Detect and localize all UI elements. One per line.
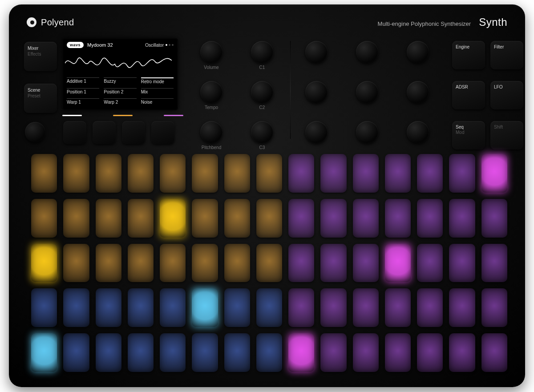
pad-2-6[interactable] [224,244,250,283]
encoder-6[interactable] [407,81,429,103]
pad-2-12[interactable] [417,244,443,283]
pad-0-2[interactable] [96,154,121,193]
encoder-3[interactable] [407,41,429,63]
pad-2-10[interactable] [353,244,379,283]
pad-0-7[interactable] [256,154,282,193]
pad-2-2[interactable] [96,244,121,283]
pad-3-7[interactable] [256,288,282,327]
pad-0-0[interactable] [31,154,57,193]
pad-0-4[interactable] [160,154,186,193]
pad-1-12[interactable] [417,199,443,238]
pad-3-5[interactable] [192,288,218,327]
pad-1-0[interactable] [31,199,57,238]
pad-4-11[interactable] [385,333,411,372]
pitchbend-knob[interactable] [200,121,222,143]
pad-0-13[interactable] [449,154,475,193]
pad-3-13[interactable] [449,288,475,327]
pad-3-12[interactable] [417,288,443,327]
pad-3-0[interactable] [31,288,57,327]
seq-button[interactable]: Seq Mod [452,121,485,150]
nav-button-2[interactable] [93,121,116,144]
pad-4-5[interactable] [192,333,218,372]
adsr-button[interactable]: ADSR [452,81,485,109]
encoder-2[interactable] [356,41,378,63]
pad-4-2[interactable] [96,333,121,372]
pad-4-13[interactable] [449,333,475,372]
volume-knob[interactable] [200,41,222,63]
pad-4-7[interactable] [256,333,282,372]
pad-2-0[interactable] [31,244,57,283]
encoder-4[interactable] [305,81,328,103]
pad-1-5[interactable] [192,199,218,238]
pad-2-11[interactable] [385,244,411,283]
jog-knob[interactable] [25,122,45,142]
pad-0-9[interactable] [320,154,346,193]
pad-2-3[interactable] [128,244,154,283]
nav-button-3[interactable] [122,121,145,144]
pad-4-12[interactable] [417,333,443,372]
engine-button[interactable]: Engine [452,41,485,69]
pad-3-8[interactable] [288,288,314,327]
pad-0-6[interactable] [224,154,250,193]
pad-4-4[interactable] [160,333,186,372]
pad-0-10[interactable] [353,154,379,193]
pad-0-14[interactable] [481,154,507,193]
pad-0-12[interactable] [417,154,443,193]
encoder-5[interactable] [356,81,378,103]
pad-2-13[interactable] [449,244,475,283]
lfo-button[interactable]: LFO [490,81,523,109]
pad-4-8[interactable] [288,333,314,372]
pad-1-7[interactable] [256,199,282,238]
pad-3-14[interactable] [481,288,507,327]
pad-3-2[interactable] [96,288,121,327]
pad-3-11[interactable] [385,288,411,327]
pad-1-3[interactable] [128,199,154,238]
scene-button[interactable]: Scene Preset [24,84,57,113]
pad-0-8[interactable] [288,154,314,193]
pad-4-1[interactable] [63,333,89,372]
pad-3-1[interactable] [63,288,89,327]
pad-1-11[interactable] [385,199,411,238]
pad-1-8[interactable] [288,199,314,238]
c1-knob[interactable] [251,41,273,63]
shift-button[interactable]: Shift [490,121,523,150]
c2-knob[interactable] [251,81,273,103]
pad-3-9[interactable] [320,288,346,327]
encoder-7[interactable] [305,121,328,143]
pad-2-9[interactable] [320,244,346,283]
pad-1-2[interactable] [96,199,121,238]
pad-4-10[interactable] [353,333,379,372]
pad-2-5[interactable] [192,244,218,283]
encoder-8[interactable] [356,121,378,143]
pad-3-3[interactable] [128,288,154,327]
pad-0-1[interactable] [63,154,89,193]
pad-2-4[interactable] [160,244,186,283]
filter-button[interactable]: Filter [490,41,523,69]
pad-4-9[interactable] [320,333,346,372]
pad-2-7[interactable] [256,244,282,283]
pad-0-11[interactable] [385,154,411,193]
pad-1-10[interactable] [353,199,379,238]
pad-0-5[interactable] [192,154,218,193]
encoder-9[interactable] [407,121,429,143]
pad-3-4[interactable] [160,288,186,327]
pad-1-4[interactable] [160,199,186,238]
pad-3-6[interactable] [224,288,250,327]
pad-1-13[interactable] [449,199,475,238]
pad-4-6[interactable] [224,333,250,372]
pad-2-8[interactable] [288,244,314,283]
pad-4-0[interactable] [31,333,57,372]
nav-button-1[interactable] [63,121,86,144]
nav-button-4[interactable] [151,121,174,144]
tempo-knob[interactable] [200,81,222,103]
pad-3-10[interactable] [353,288,379,327]
pad-2-1[interactable] [63,244,89,283]
pad-1-6[interactable] [224,199,250,238]
c3-knob[interactable] [251,121,273,143]
pad-1-14[interactable] [481,199,507,238]
pad-4-3[interactable] [128,333,154,372]
pad-1-1[interactable] [63,199,89,238]
pad-4-14[interactable] [481,333,507,372]
pad-0-3[interactable] [128,154,154,193]
mixer-button[interactable]: Mixer Effects [24,42,57,71]
